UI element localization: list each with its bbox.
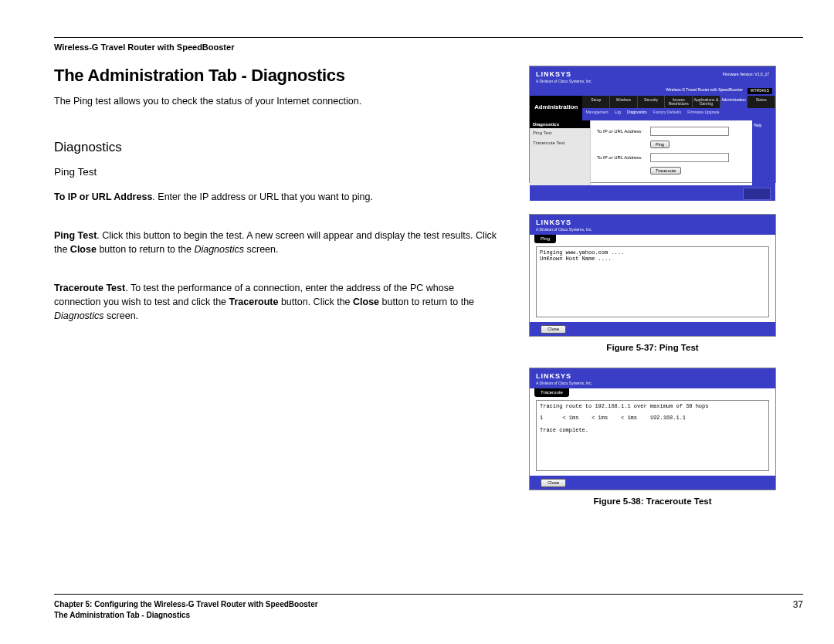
help-panel: Help	[752, 120, 775, 185]
sidebar-header: Diagnostics	[530, 120, 590, 129]
paragraph-ping-test: Ping Test. Click this button to begin th…	[54, 229, 502, 256]
tabs-row: Setup Wireless Security Access Restricti…	[582, 96, 775, 108]
linksys-header: Firmware Version: V1.0_17 LINKSYS A Divi…	[530, 66, 775, 86]
linksys-subtitle: A Division of Cisco Systems, Inc.	[536, 381, 769, 386]
subtab-log[interactable]: Log	[612, 108, 624, 120]
linksys-subtitle: A Division of Cisco Systems, Inc.	[536, 228, 769, 232]
italic-diagnostics: Diagnostics	[194, 244, 244, 255]
linksys-header: LINKSYS A Division of Cisco Systems, Inc…	[530, 368, 775, 388]
bold-lead: To IP or URL Address	[54, 192, 152, 202]
tabs: Setup Wireless Security Access Restricti…	[582, 96, 775, 120]
two-column-layout: The Administration Tab - Diagnostics The…	[54, 66, 803, 521]
footer-left: Chapter 5: Configuring the Wireless-G Tr…	[54, 599, 318, 621]
firmware-version: Firmware Version: V1.0_17	[723, 73, 769, 77]
italic-diagnostics: Diagnostics	[54, 310, 104, 321]
intro-text: The Ping test allows you to check the st…	[54, 95, 502, 109]
page-title: The Administration Tab - Diagnostics	[54, 66, 502, 86]
figure-37-caption: Figure 5-37: Ping Test	[525, 343, 780, 352]
subtab-diagnostics[interactable]: Diagnostics	[624, 108, 650, 120]
ping-pill: Ping	[534, 235, 556, 243]
ping-output: Pinging www.yahoo.com .... UnKnown Host …	[536, 246, 769, 317]
subtabs-row: Management Log Diagnostics Factory Defau…	[582, 108, 775, 120]
sidebar-item-traceroute: Traceroute Test	[530, 138, 590, 148]
tab-setup[interactable]: Setup	[582, 96, 610, 108]
traceroute-input[interactable]	[650, 153, 729, 162]
traceroute-label: To IP or URL Address:	[597, 155, 646, 161]
traceroute-row: To IP or URL Address:	[597, 153, 746, 162]
footer-chapter: Chapter 5: Configuring the Wireless-G Tr…	[54, 599, 318, 610]
figure-ping-test: LINKSYS A Division of Cisco Systems, Inc…	[529, 214, 776, 337]
tab-security[interactable]: Security	[638, 96, 666, 108]
ping-input[interactable]	[650, 127, 729, 136]
linksys-logo: LINKSYS	[536, 219, 769, 227]
text: . Enter the IP address or URL that you w…	[152, 192, 373, 202]
right-column: Firmware Version: V1.0_17 LINKSYS A Divi…	[525, 66, 780, 521]
linksys-subtitle: A Division of Cisco Systems, Inc.	[536, 80, 769, 84]
text: screen.	[104, 310, 138, 321]
paragraph-traceroute-test: Traceroute Test. To test the performance…	[54, 281, 502, 323]
cisco-logo	[743, 188, 771, 200]
model-code: WTR54GS	[748, 88, 772, 94]
subtab-factory[interactable]: Factory Defaults	[650, 108, 684, 120]
linksys-logo: LINKSYS	[536, 373, 769, 381]
cisco-footer	[530, 185, 775, 201]
figure-admin-diagnostics: Firmware Version: V1.0_17 LINKSYS A Divi…	[529, 66, 776, 183]
paragraph-ip-address: To IP or URL Address. Enter the IP addre…	[54, 190, 502, 204]
traceroute-footer: Close	[530, 476, 775, 490]
tab-wireless[interactable]: Wireless	[610, 96, 638, 108]
footer-section: The Administration Tab - Diagnostics	[54, 610, 318, 621]
diagnostics-sidebar: Diagnostics Ping Test Traceroute Test	[530, 120, 591, 185]
page-number: 37	[793, 599, 803, 621]
ping-footer: Close	[530, 322, 775, 336]
bold-close: Close	[70, 244, 97, 255]
ping-button[interactable]: Ping	[650, 141, 670, 148]
bold-lead: Ping Test	[54, 230, 97, 241]
traceroute-btn-row: Traceroute	[597, 167, 746, 175]
tab-administration[interactable]: Administration	[720, 96, 748, 108]
diagnostics-main: To IP or URL Address: Ping To IP or URL …	[591, 120, 752, 185]
ping-row: To IP or URL Address:	[597, 127, 746, 136]
subtab-management[interactable]: Management	[582, 108, 611, 120]
manual-page: Wireless-G Travel Router with SpeedBoost…	[0, 0, 834, 644]
ping-btn-row: Ping	[597, 141, 746, 148]
subtab-firmware[interactable]: Firmware Upgrade	[684, 108, 722, 120]
ping-body: Ping Pinging www.yahoo.com .... UnKnown …	[530, 235, 775, 317]
page-footer: Chapter 5: Configuring the Wireless-G Tr…	[54, 594, 803, 621]
product-name: Wireless-G Travel Router with SpeedBoost…	[54, 42, 803, 52]
model-strip: Wireless-G Travel Router with SpeedBoost…	[530, 86, 775, 96]
traceroute-body: Traceroute Tracing route to 192.168.1.1 …	[530, 388, 775, 471]
traceroute-pill: Traceroute	[534, 388, 569, 397]
section-heading: Diagnostics	[54, 140, 502, 155]
bold-lead: Traceroute Test	[54, 283, 125, 293]
close-button[interactable]: Close	[541, 325, 566, 334]
tab-status[interactable]: Status	[748, 96, 775, 108]
help-link[interactable]: Help	[754, 123, 761, 127]
ping-label: To IP or URL Address:	[597, 129, 646, 134]
nav-strip: Administration Setup Wireless Security A…	[530, 96, 775, 120]
bold-traceroute: Traceroute	[229, 297, 279, 307]
diagnostics-body: Diagnostics Ping Test Traceroute Test To…	[530, 120, 775, 185]
tab-access[interactable]: Access Restrictions	[665, 96, 693, 108]
figure-traceroute-test: LINKSYS A Division of Cisco Systems, Inc…	[529, 368, 776, 490]
text: screen.	[244, 244, 278, 255]
left-column: The Administration Tab - Diagnostics The…	[54, 66, 502, 521]
model-name: Wireless-G Travel Router with SpeedBoost…	[666, 88, 742, 94]
text: button to return to the	[97, 244, 194, 255]
close-button[interactable]: Close	[541, 479, 566, 487]
traceroute-output: Tracing route to 192.168.1.1 over maximu…	[536, 400, 769, 471]
linksys-header: LINKSYS A Division of Cisco Systems, Inc…	[530, 215, 775, 235]
traceroute-button[interactable]: Traceroute	[650, 167, 681, 175]
figure-38-caption: Figure 5-38: Traceroute Test	[525, 497, 780, 506]
header-rule	[54, 37, 803, 38]
admin-label: Administration	[530, 96, 582, 120]
bold-close: Close	[353, 297, 379, 307]
tab-apps[interactable]: Applications & Gaming	[693, 96, 720, 108]
sidebar-item-ping: Ping Test	[530, 128, 590, 138]
text: button to return to the	[379, 297, 474, 307]
text: button. Click the	[278, 297, 353, 307]
subsection-heading: Ping Test	[54, 166, 502, 178]
